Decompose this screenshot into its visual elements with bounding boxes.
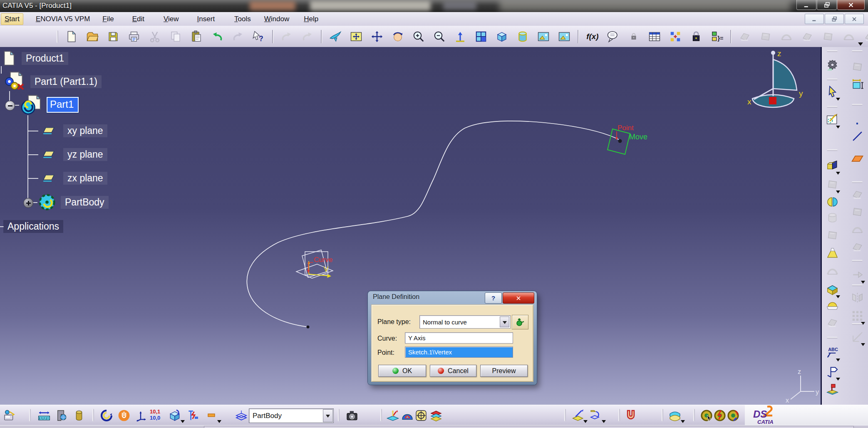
catalog-box-icon[interactable] [167,408,182,423]
lock-icon[interactable] [689,29,704,44]
layers-analysis-icon[interactable] [429,408,444,423]
tree-node-applications[interactable]: Applications [3,220,63,233]
kinematics-icon[interactable] [186,408,201,423]
formula-icon[interactable] [585,29,600,44]
tree-node-label[interactable]: Product1 [22,52,68,65]
split-body-icon[interactable] [825,195,839,209]
mdi-close-button[interactable] [845,14,864,24]
tree-expand-toggle[interactable] [23,198,33,208]
tree-node-label[interactable]: xy plane [63,124,107,137]
toolbar-drag-handle[interactable] [852,104,863,106]
toolbar-drag-handle[interactable] [618,409,620,421]
tree-node-zx-plane[interactable]: zx plane [38,172,107,185]
tree-node-partbody[interactable]: PartBody [37,193,109,212]
compass-base-handle[interactable] [769,97,776,104]
catalog-box-more-icon[interactable] [181,420,185,425]
curve-axis-marker[interactable]: V Curve [296,250,333,278]
print-icon[interactable] [126,29,141,44]
measure-inertia-icon[interactable] [72,408,87,423]
menu-tools[interactable]: Tools [231,14,254,25]
normal-view-icon[interactable] [453,29,468,44]
mdi-restore-button[interactable] [825,14,844,24]
catalog-icon[interactable] [2,408,17,423]
context-help-icon[interactable] [251,29,266,44]
toolbar-drag-handle[interactable] [338,409,340,421]
flag-note-icon[interactable] [825,364,839,379]
toolbar-drag-handle[interactable] [852,323,863,325]
line-icon[interactable] [850,129,864,143]
surfaces-icon[interactable] [667,408,682,423]
restore-button[interactable] [817,0,837,10]
wireframe-layers-icon[interactable] [234,408,249,423]
toolbar-drag-handle[interactable] [827,50,838,52]
compass[interactable]: z y x [747,49,803,107]
update-icon[interactable] [825,58,839,72]
rules-icon[interactable] [709,29,724,44]
scaling-more-icon[interactable] [861,343,865,348]
toolbar-drag-handle[interactable] [57,30,58,43]
tree-node-xy-plane[interactable]: xy plane [38,124,107,137]
plane-icon[interactable] [850,151,864,166]
tree-node-label[interactable]: yz plane [63,148,107,161]
mdi-minimize-button[interactable] [805,14,824,24]
udf-lightning-icon[interactable] [712,408,727,423]
udf-measure-icon[interactable] [726,408,741,423]
lock-small-icon[interactable] [626,29,641,44]
powercopy-save-more-icon[interactable] [602,420,606,425]
sweep-icon[interactable] [623,408,638,423]
menu-help[interactable]: Help [300,14,322,25]
menu-view[interactable]: View [160,14,182,25]
draft-angle-icon[interactable] [825,246,839,260]
point-vertex[interactable] [618,139,622,143]
rotate-icon[interactable] [390,29,405,44]
select-more-icon[interactable] [836,98,840,103]
toolbar-drag-handle[interactable] [827,337,838,339]
point-plane-marker[interactable]: Point Move [608,124,647,154]
open-icon[interactable] [85,29,100,44]
draft-analysis-icon[interactable] [385,408,400,423]
pad-icon[interactable] [825,158,839,173]
undo-icon[interactable] [210,29,225,44]
toolbar-drag-handle[interactable] [662,409,663,421]
zoom-in-icon[interactable] [411,29,426,44]
menu-edit[interactable]: Edit [129,14,148,25]
dialog-help-button[interactable]: ? [485,292,502,304]
comment-icon[interactable] [605,29,620,44]
menu-file[interactable]: File [99,14,117,25]
menu-enovia[interactable]: ENOVIA V5 VPM [32,14,93,25]
sketcher-icon[interactable] [825,112,839,126]
shell-icon[interactable] [825,298,839,312]
render-style-2-icon[interactable] [557,29,572,44]
element-more-icon[interactable] [217,420,221,425]
menu-insert[interactable]: Insert [194,14,218,25]
preview-button[interactable]: Preview [480,365,528,377]
plane-type-dropdown-icon[interactable] [500,317,509,327]
curve-start-vertex[interactable] [307,326,310,329]
tree-node-product1[interactable]: Product1 [1,49,68,67]
text-annotation-icon[interactable] [825,345,839,359]
minimize-button[interactable] [796,0,816,10]
ok-button[interactable]: OK [378,365,426,377]
render-style-icon[interactable] [536,29,551,44]
plane-type-combo[interactable]: Normal to curve [419,315,511,329]
curvature-analysis-icon[interactable] [400,408,415,423]
manipulation-icon[interactable] [117,408,131,423]
toolbar-drag-handle[interactable] [827,79,838,80]
toolbar-drag-handle[interactable] [827,106,838,108]
tree-node-part1-edit[interactable]: Part1 [19,94,79,115]
tree-node-label[interactable]: Applications [3,220,63,233]
axis-system-icon[interactable] [133,408,148,423]
toolbar-drag-handle[interactable] [827,149,838,151]
undo-history-icon[interactable] [279,29,294,44]
toolbar-drag-handle[interactable] [380,409,382,421]
menu-start[interactable]: Start [1,13,23,25]
multi-view-icon[interactable] [474,29,489,44]
update-all-icon[interactable] [99,408,114,423]
zoom-out-icon[interactable] [432,29,447,44]
pad-more-icon[interactable] [836,172,840,177]
tree-rename-input[interactable]: Part1 [47,97,79,113]
select-icon[interactable] [825,84,839,99]
toolbar-drag-handle[interactable] [29,409,31,421]
tree-collapse-toggle[interactable] [5,101,15,111]
body-selector-combo[interactable]: PartBody [249,408,334,423]
